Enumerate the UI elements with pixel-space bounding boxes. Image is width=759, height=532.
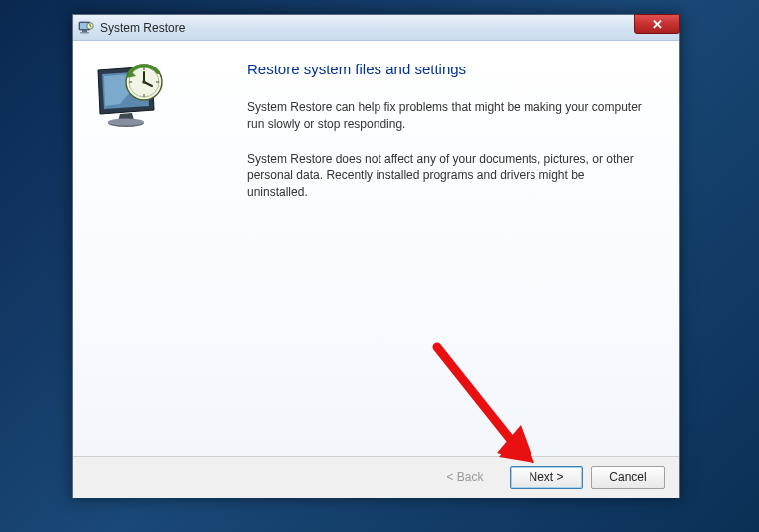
main-content: Restore system files and settings System… — [241, 41, 679, 456]
close-icon: ✕ — [652, 17, 663, 32]
cancel-button[interactable]: Cancel — [591, 466, 665, 489]
titlebar: System Restore ✕ — [73, 15, 679, 41]
next-button[interactable]: Next > — [510, 466, 583, 489]
system-restore-window: System Restore ✕ — [72, 14, 680, 498]
svg-rect-2 — [82, 30, 87, 32]
content-area: Restore system files and settings System… — [73, 41, 679, 456]
back-button: < Back — [428, 466, 502, 489]
page-heading: Restore system files and settings — [247, 61, 643, 77]
svg-rect-3 — [80, 32, 89, 34]
window-title: System Restore — [100, 21, 185, 35]
description-1: System Restore can help fix problems tha… — [247, 99, 643, 133]
button-bar: < Back Next > Cancel — [73, 456, 679, 498]
description-2: System Restore does not affect any of yo… — [247, 151, 643, 200]
close-button[interactable]: ✕ — [634, 14, 680, 34]
sidebar — [73, 41, 241, 456]
restore-monitor-icon — [90, 61, 170, 132]
app-icon — [78, 20, 94, 36]
svg-point-15 — [142, 80, 146, 84]
svg-point-6 — [108, 119, 144, 126]
